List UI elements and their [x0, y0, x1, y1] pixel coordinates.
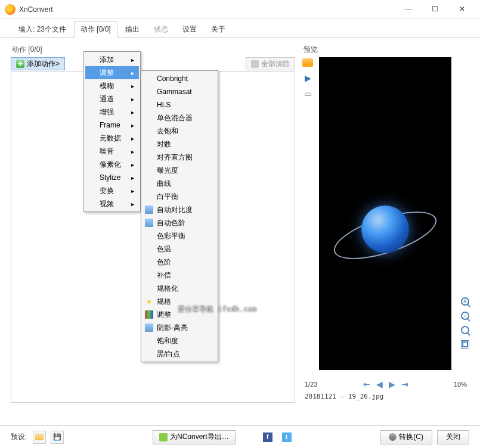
zoom-fit-icon[interactable] — [460, 325, 470, 335]
menu-category-item[interactable]: 变换▸ — [85, 184, 139, 197]
nav-next-icon[interactable]: ▶ — [389, 379, 395, 389]
window-buttons: — ☐ ✕ — [395, 1, 475, 18]
menu-adjust-item[interactable]: 色阶 — [143, 256, 216, 269]
menu-category-item[interactable]: 像素化▸ — [85, 158, 139, 171]
preset-label: 预设: — [11, 432, 27, 442]
menu-adjust-item[interactable]: 白平衡 — [143, 190, 216, 203]
zoom-out-icon[interactable]: - — [460, 310, 470, 321]
menu-category-item[interactable]: 元数据▸ — [85, 132, 139, 145]
clear-all-label: 全部清除 — [261, 59, 290, 69]
menu-adjust-item[interactable]: 自动对比度 — [143, 203, 216, 216]
menu-item-label: 增强 — [100, 107, 114, 117]
maximize-button[interactable]: ☐ — [422, 1, 448, 18]
preview-image[interactable] — [319, 57, 451, 370]
menu-item-label: 曲线 — [157, 179, 171, 189]
menu-item-label: Conbright — [157, 74, 188, 83]
menu-adjust-item[interactable]: 对齐直方图 — [143, 151, 216, 164]
zoom-in-icon[interactable]: + — [460, 296, 470, 307]
menu-adjust-item[interactable]: 自动色阶 — [143, 216, 216, 229]
menu-category-item[interactable]: 模糊▸ — [85, 79, 139, 92]
close-button[interactable]: 关闭 — [437, 430, 469, 444]
menu-adjust-item[interactable]: 单色混合器 — [143, 111, 216, 125]
close-window-button[interactable]: ✕ — [448, 1, 475, 18]
tab-output[interactable]: 输出 — [119, 21, 146, 37]
menu-item-label: 补偿 — [157, 270, 171, 281]
menu-item-label: 对数 — [157, 139, 171, 150]
submenu-arrow-icon: ▸ — [131, 57, 134, 63]
menu-adjust-item[interactable]: Gammasat — [143, 85, 216, 98]
menu-category-item[interactable]: 添加▸ — [85, 53, 139, 66]
menu-item-label: 色彩平衡 — [157, 231, 185, 241]
menu-item-label: 单色混合器 — [157, 113, 193, 123]
doc-icon[interactable]: ▭ — [302, 88, 313, 99]
menu-adjust-item[interactable]: 规格化 — [143, 282, 216, 295]
export-nconvert-button[interactable]: 为NConvert导出… — [153, 430, 236, 444]
menu-item-label: 规格 — [157, 297, 171, 307]
menu-adjust-item[interactable]: HLS — [143, 98, 216, 111]
minimize-button[interactable]: — — [395, 1, 422, 18]
menu-category-item[interactable]: 调整▸ — [85, 66, 139, 79]
preview-thumb-icon[interactable] — [302, 57, 313, 68]
menu-item-label: 曝光度 — [157, 166, 178, 176]
menu-item-label: 黑/白点 — [157, 349, 180, 359]
submenu-arrow-icon: ▸ — [131, 70, 134, 76]
tab-status[interactable]: 状态 — [147, 21, 175, 37]
twitter-icon[interactable]: t — [282, 433, 292, 442]
submenu-arrow-icon: ▸ — [131, 122, 134, 129]
menu-adjust-item[interactable]: 阴影-高亮 — [143, 321, 216, 334]
menu-item-label: 饱和度 — [157, 336, 178, 346]
nav-prev-icon[interactable]: ◀ — [376, 379, 383, 389]
menu-category-item[interactable]: 增强▸ — [85, 105, 139, 119]
menu-category-item[interactable]: 噪音▸ — [85, 145, 139, 158]
menu-adjust-item[interactable]: 曝光度 — [143, 164, 216, 177]
menu-item-label: 自动色阶 — [157, 218, 185, 228]
adj-icon — [145, 310, 153, 319]
nav-first-icon[interactable]: ⇤ — [363, 379, 370, 389]
preset-save-button[interactable]: 💾 — [51, 431, 64, 444]
img-icon — [145, 206, 153, 214]
menu-item-label: 阴影-高亮 — [157, 323, 188, 333]
clear-all-button[interactable]: 全部清除 — [246, 57, 295, 70]
menu-adjust-item[interactable]: 补偿 — [143, 269, 216, 282]
img-icon — [145, 219, 153, 227]
menu-item-label: 规格化 — [157, 284, 178, 294]
convert-label: 转换(C) — [399, 432, 423, 442]
add-action-button[interactable]: 添加动作> — [11, 57, 65, 70]
menu-item-label: 元数据 — [100, 133, 121, 144]
menu-category-item[interactable]: Frame▸ — [85, 119, 139, 132]
preview-nav: ⇤ ◀ ▶ ⇥ — [363, 379, 408, 389]
menu-item-label: 通道 — [100, 94, 114, 104]
menu-adjust-item[interactable]: 去饱和 — [143, 125, 216, 138]
menu-category-item[interactable]: 通道▸ — [85, 92, 139, 105]
menu-adjust-item[interactable]: 黑/白点 — [143, 347, 216, 360]
menu-category-item[interactable]: 视频▸ — [85, 197, 139, 210]
context-menu-adjust: ConbrightGammasatHLS单色混合器去饱和对数对齐直方图曝光度曲线… — [141, 70, 218, 362]
menu-adjust-item[interactable]: 饱和度 — [143, 334, 216, 347]
menu-item-label: Gammasat — [157, 88, 192, 96]
preset-open-button[interactable] — [33, 431, 46, 444]
context-menu-categories: 添加▸调整▸模糊▸通道▸增强▸Frame▸元数据▸噪音▸像素化▸Stylize▸… — [83, 51, 141, 212]
gear-icon — [389, 433, 397, 441]
menu-category-item[interactable]: Stylize▸ — [85, 171, 139, 184]
clear-icon — [251, 60, 259, 68]
tab-settings[interactable]: 设置 — [176, 21, 203, 37]
planet — [361, 206, 409, 253]
menu-adjust-item[interactable]: Conbright — [143, 72, 216, 85]
facebook-icon[interactable]: f — [263, 433, 272, 442]
submenu-arrow-icon: ▸ — [131, 188, 134, 194]
menu-adjust-item[interactable]: 色温 — [143, 242, 216, 256]
menu-item-label: 模糊 — [100, 81, 114, 91]
nav-last-icon[interactable]: ⇥ — [401, 379, 408, 389]
convert-button[interactable]: 转换(C) — [380, 430, 432, 444]
fullscreen-icon[interactable] — [460, 339, 470, 350]
play-icon[interactable]: ▶ — [302, 73, 313, 83]
tab-input[interactable]: 输入: 23个文件 — [12, 21, 73, 37]
main-tabs: 输入: 23个文件 动作 [0/0] 输出 状态 设置 关于 — [0, 19, 480, 38]
menu-adjust-item[interactable]: 曲线 — [143, 177, 216, 190]
export-label: 为NConvert导出… — [170, 432, 229, 442]
tab-actions[interactable]: 动作 [0/0] — [74, 21, 117, 38]
preview-info-row: 1/23 ⇤ ◀ ▶ ⇥ 10% — [302, 376, 469, 393]
tab-about[interactable]: 关于 — [205, 21, 232, 37]
menu-adjust-item[interactable]: 对数 — [143, 138, 216, 151]
menu-adjust-item[interactable]: 色彩平衡 — [143, 229, 216, 242]
